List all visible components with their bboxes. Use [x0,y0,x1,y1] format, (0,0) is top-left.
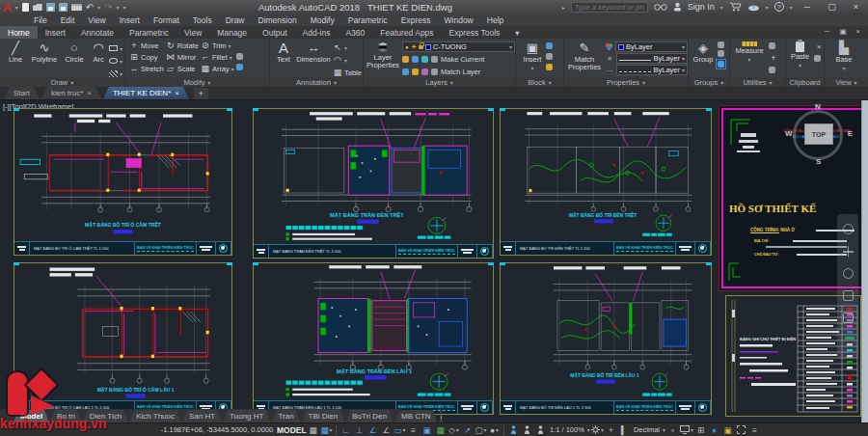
polyline-button[interactable]: ∿Polyline [28,40,61,64]
layout-tab-tuong-ht[interactable]: Tuong HT [223,410,270,422]
menu-window[interactable]: Window [438,15,480,25]
sign-in-caret-icon[interactable]: ▾ [720,4,723,11]
annotation-add-scales[interactable]: + [605,424,617,436]
layer-properties-button[interactable]: Layer Properties [366,40,400,69]
multileader-button[interactable]: ◠▾ [333,54,362,66]
zoom-icon[interactable] [843,268,854,279]
copy-clip-icon[interactable] [814,55,821,62]
units-caret-icon[interactable]: ▾ [663,426,665,433]
minimize-button[interactable]: ─ [799,2,816,12]
viewcube-top-face[interactable]: TOP [804,123,833,145]
maximize-button[interactable]: ▢ [822,2,842,12]
panel-properties-label[interactable]: Properties▾ [564,77,688,87]
layer-off-icon[interactable] [402,56,409,63]
panel-annotation-label[interactable]: Annotation▾ [270,77,363,87]
panel-utilities-label[interactable]: Utilities▾ [730,77,785,87]
annotation-scale-caret-icon[interactable]: ▾ [587,426,590,433]
workspace-switching-gear[interactable]: ▾ [591,424,604,436]
file-tab-kien-truc[interactable]: kien truc*× [41,87,101,99]
file-tab-thiet-ke-dien[interactable]: THIET KE DIEN*× [103,87,189,99]
panel-modify-label[interactable]: Modify▾ [125,77,269,87]
dimension-button[interactable]: ↔Dimension [294,40,333,64]
ortho-mode-toggle[interactable]: ⊥ [353,424,366,436]
autocad-logo-icon[interactable]: A [3,2,12,14]
layer-lock-tool-icon[interactable] [431,56,438,63]
group-button[interactable]: ◈Group [691,40,716,64]
monitor-icon[interactable]: ▾ [680,424,693,436]
qat-customize-caret-icon[interactable]: ▾ [123,4,126,11]
ribbon-tab-insert[interactable]: Insert [38,26,73,39]
help-icon[interactable]: ? [774,2,784,12]
measure-button[interactable]: Measure▾ [733,40,766,64]
menu-help[interactable]: Help [480,15,510,25]
layout-tab-tbi-dien[interactable]: TBi Dien [302,410,345,422]
snap-mode-toggle[interactable]: ▦▾ [320,424,333,436]
stretch-button[interactable]: ↔Stretch [129,63,164,74]
autoscale-toggle[interactable] [521,424,533,436]
showmotion-icon[interactable] [843,313,854,323]
linetype-dropdown[interactable]: ByLayer▾ [616,65,688,75]
drawing-canvas[interactable]: [-][Top][2D Wireframe] MẶT BẰNG BỐ TRÍ Ổ… [0,100,868,422]
ribbon-tab-featured-apps[interactable]: Featured Apps [372,26,441,39]
menu-dimension[interactable]: Dimension [252,15,304,25]
paste-button[interactable]: Paste▾ [789,40,811,69]
explode-icon[interactable] [236,53,243,60]
ribbon-tab-a360[interactable]: A360 [338,26,372,39]
layer-dropdown[interactable]: ● ☀ C-TUONG ▾ [402,41,515,52]
save-icon[interactable] [46,3,55,12]
close-tab-icon[interactable]: × [175,89,179,97]
layout-tab-kich-thuoc[interactable]: Kich Thuoc [129,410,181,422]
isolate-objects-bar[interactable]: ▍ [618,424,631,436]
menu-parametric[interactable]: Parametric [341,15,394,25]
annotation-scale-person-icon[interactable] [534,424,547,436]
orbit-icon[interactable] [843,290,854,301]
vertical-scrollbar[interactable] [861,100,868,422]
quick-calculator-icon[interactable] [769,67,775,73]
fillet-button[interactable]: ⌐Fillet▾ [201,51,234,63]
make-current-button[interactable]: Make Current [402,53,515,65]
sign-in-label[interactable]: Sign In [688,2,715,12]
ribbon-display-caret-icon[interactable]: ▾ [507,26,527,39]
mirror-button[interactable]: ⋈Mirror [166,51,199,63]
panel-groups-label[interactable]: Groups▾ [689,77,729,87]
menu-modify[interactable]: Modify [304,15,341,25]
object-snap-tracking-toggle[interactable]: ▭▾ [393,424,406,436]
units-clock-toggle[interactable]: ●▾ [488,424,501,436]
panel-block-label[interactable]: Block▾ [516,77,563,87]
leader-button[interactable]: ↖▾ [333,41,362,53]
move-button[interactable]: +Move [129,40,164,51]
edit-block-icon[interactable] [546,53,553,60]
lineweight-toggle[interactable]: ≡ [407,424,420,436]
layer-freeze-icon[interactable] [421,56,428,63]
redo-caret-icon[interactable]: ▾ [116,4,119,11]
navigation-bar[interactable] [837,214,858,359]
rectangle-button[interactable]: ▾ [109,42,122,54]
panel-clipboard-label[interactable]: Clipboard [786,77,824,87]
lineweight-dropdown[interactable]: ByLayer▾ [616,53,688,64]
menu-draw[interactable]: Draw [219,15,252,25]
ribbon-tab-parametric[interactable]: Parametric [122,26,176,39]
menu-format[interactable]: Format [147,15,186,25]
menu-file[interactable]: File [27,15,54,25]
cart-icon[interactable] [729,2,742,12]
fullscreen-icon[interactable] [735,424,747,436]
layout-tab-botri-den[interactable]: BoTri Den [345,410,393,422]
search-binoculars-icon[interactable] [654,3,667,12]
annotation-monitor-toggle[interactable]: ↗ [461,424,474,436]
isometric-drafting-toggle[interactable]: ∠ [380,424,393,436]
model-space-button[interactable]: MODEL [277,425,307,435]
line-button[interactable]: ╱Line [3,40,28,64]
viewcube-north[interactable]: N [815,102,821,111]
file-tab-start[interactable]: Start [4,87,40,99]
ribbon-tab-addins[interactable]: Add-ins [295,26,339,39]
ribbon-tab-annotate[interactable]: Annotate [73,26,122,39]
menu-express[interactable]: Express [394,15,438,25]
new-file-icon[interactable] [22,3,29,12]
ribbon-tab-output[interactable]: Output [255,26,295,39]
dynamic-ucs-toggle[interactable]: ▢▾ [475,424,487,436]
customization-menu-icon[interactable]: ≡ [748,424,761,436]
clean-screen-toggle[interactable]: ⊞ [694,424,707,436]
transparency-toggle[interactable]: ▦ [434,424,447,436]
id-point-icon[interactable]: + [769,53,778,63]
layer-isolate-icon[interactable] [412,56,419,63]
